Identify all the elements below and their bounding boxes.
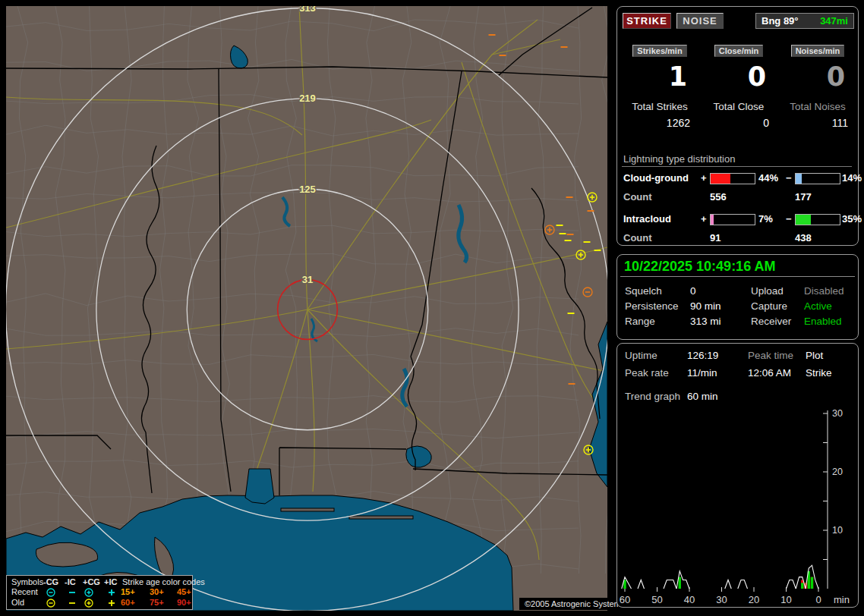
cg-plus-count: 556 — [710, 191, 727, 203]
legend-ages-header: Strike age color codes — [122, 577, 205, 587]
plus-sign: + — [701, 213, 707, 225]
lightning-tracker-window: { "window": { "copyright": "©2005 Astrog… — [0, 0, 864, 616]
close-column: Close/min 0 — [701, 45, 777, 124]
trend-line-total — [638, 580, 645, 589]
total-close-value: 0 — [701, 117, 777, 129]
close-per-min-value: 0 — [701, 61, 777, 92]
noises-per-min-button[interactable]: Noises/min — [791, 45, 845, 57]
intracloud-row: Intracloud + 7% − 35% — [617, 213, 859, 225]
distribution-title: Lightning type distribution — [623, 153, 735, 165]
legend-col-ncg: -CG — [43, 577, 58, 587]
map-legend: Symbols -CG -IC +CG +IC Strike age color… — [6, 575, 193, 610]
cloud-ground-label: Cloud-ground — [623, 172, 689, 184]
close-per-min-button[interactable]: Close/min — [714, 45, 764, 57]
legend-symbol-ic--icon — [66, 587, 78, 598]
ic-plus-pct: 7% — [758, 213, 773, 225]
legend-symbol-ic--icon — [66, 598, 78, 608]
legend-symbol-ic+-icon — [106, 587, 118, 598]
map-display[interactable]: 12521931331 Symbols -CG -IC +CG +IC Stri… — [6, 6, 607, 611]
trend-bar-cloud-ground — [801, 583, 803, 589]
strike-symbol-cg+ — [588, 193, 597, 202]
legend-row-label: Old — [11, 598, 24, 608]
strikes-per-min-button[interactable]: Strikes/min — [632, 45, 686, 57]
y-tick-label: 20 — [832, 467, 843, 477]
x-tick-label: 0 — [815, 594, 821, 605]
receiver-label: Receiver — [751, 316, 791, 327]
strike-mode-button[interactable]: STRIKE — [623, 13, 671, 29]
plus-sign: + — [701, 172, 707, 184]
legend-age-75+: 75+ — [150, 598, 164, 608]
upload-label: Upload — [751, 285, 784, 297]
count-label: Count — [623, 191, 652, 203]
legend-age-60+: 60+ — [121, 598, 135, 608]
distribution-divider — [622, 166, 852, 167]
bearing-readout: Bng 89° 347mi — [755, 13, 854, 29]
trend-line-total — [676, 571, 689, 589]
cloud-ground-count-row: Count 556 177 — [617, 191, 859, 203]
upload-value: Disabled — [804, 285, 844, 297]
legend-row-label: Recent — [11, 587, 38, 597]
ic-plus-bar — [710, 214, 755, 225]
minus-sign: − — [786, 172, 792, 184]
total-noises-label: Total Noises — [780, 101, 856, 112]
trend-line-total — [622, 577, 632, 589]
legend-symbols-header: Symbols — [11, 577, 43, 587]
cg-minus-bar — [795, 173, 840, 184]
noise-mode-button[interactable]: NOISE — [676, 13, 724, 29]
cg-plus-pct: 44% — [758, 172, 778, 184]
status-row: Squelch 0 Upload Disabled — [617, 285, 859, 300]
strikes-column: Strikes/min 1 — [622, 45, 698, 124]
trend-line-total — [725, 580, 732, 589]
strike-symbol-cg- — [583, 288, 592, 297]
legend-age-45+: 45+ — [177, 587, 191, 597]
legend-age-30+: 30+ — [150, 587, 164, 597]
status-row: Persistence 90 min Capture Active — [617, 300, 859, 316]
count-label: Count — [623, 232, 652, 244]
capture-label: Capture — [751, 300, 787, 312]
trend-line-total — [738, 580, 748, 589]
datetime-display: 10/22/2025 10:49:16 AM — [624, 259, 775, 275]
squelch-label: Squelch — [625, 285, 662, 297]
strikes-per-min-value: 1 — [622, 61, 698, 92]
strike-symbols — [489, 35, 601, 454]
range-ring-labels: 12521931331 — [299, 6, 316, 285]
trend-bar-cloud-ground — [811, 577, 813, 589]
state-borders — [6, 8, 607, 495]
y-tick-label: 30 — [832, 408, 843, 419]
ring-label-313: 313 — [299, 6, 316, 14]
range-label: Range — [625, 316, 655, 327]
range-value: 313 mi — [690, 316, 721, 327]
trend-bar-cloud-ground — [679, 577, 681, 589]
ic-minus-count: 438 — [795, 232, 812, 244]
receiver-value: Enabled — [804, 316, 842, 327]
legend-col-pcg: +CG — [83, 577, 100, 587]
status-row: Range 313 mi Receiver Enabled — [617, 316, 859, 331]
legend-symbol-cg--icon — [45, 598, 57, 608]
x-tick-label: 20 — [749, 594, 759, 605]
x-tick-label: 50 — [651, 594, 662, 605]
trend-graph: 1020306050403020100min — [617, 344, 859, 608]
noises-per-min-value: 0 — [780, 61, 856, 92]
x-tick-label: 10 — [780, 594, 791, 605]
x-axis-unit: min — [834, 594, 850, 605]
copyright-label: ©2005 Astrogenic Systems — [519, 598, 630, 610]
total-noises-value: 111 — [780, 117, 856, 129]
intracloud-count-row: Count 91 438 — [617, 232, 859, 244]
ring-label-31: 31 — [302, 274, 313, 285]
persistence-value: 90 min — [690, 300, 721, 312]
x-tick-label: 60 — [620, 594, 630, 605]
ring-label-219: 219 — [299, 93, 316, 104]
cg-plus-bar — [710, 173, 755, 184]
legend-symbol-cg--icon — [45, 587, 57, 598]
datetime-divider — [620, 276, 855, 277]
total-strikes-value: 1262 — [622, 117, 698, 129]
legend-age-90+: 90+ — [177, 598, 191, 608]
legend-symbol-cg+-icon — [83, 587, 95, 598]
trend-line-total — [664, 580, 676, 589]
legend-col-nic: -IC — [65, 577, 76, 587]
status-panel: 10/22/2025 10:49:16 AM Squelch 0 Upload … — [616, 254, 859, 340]
total-close-label: Total Close — [701, 101, 777, 112]
x-tick-label: 30 — [716, 594, 727, 605]
minus-sign: − — [786, 213, 792, 225]
persistence-label: Persistence — [625, 300, 679, 312]
